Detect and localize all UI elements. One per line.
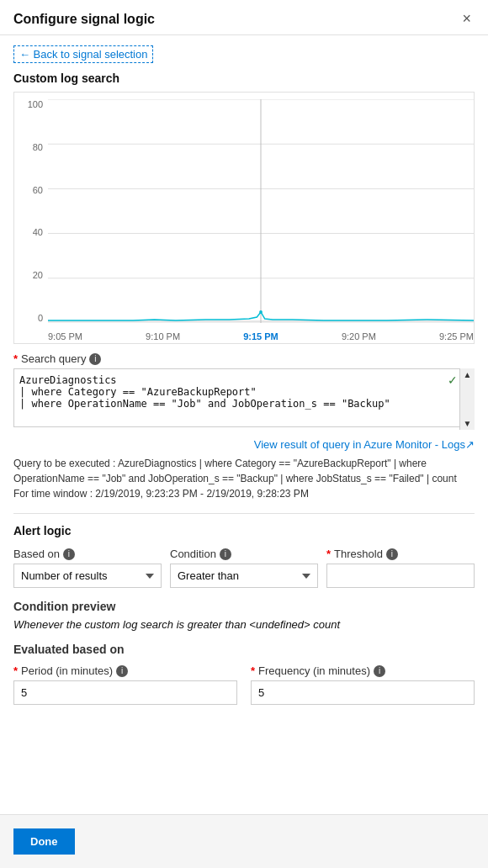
search-query-group: * Search query i AzureDiagnostics | wher… [13,352,475,430]
x-label-925: 9:25 PM [439,331,474,341]
y-label-80: 80 [33,142,43,152]
back-to-signal-link[interactable]: ← Back to signal selection [13,45,153,63]
search-query-textarea[interactable]: AzureDiagnostics | where Category == "Az… [13,368,475,427]
based-on-info-icon[interactable]: i [63,548,75,560]
textarea-scrollbar[interactable]: ▲ ▼ [459,368,475,430]
based-on-group: Based on i Number of results [13,548,162,588]
x-label-915: 9:15 PM [243,331,278,341]
modal-title: Configure signal logic [13,12,155,27]
condition-preview-section: Condition preview Whenever the custom lo… [13,600,475,631]
threshold-required-star: * [326,548,331,560]
threshold-info-icon[interactable]: i [386,548,398,560]
frequency-label: Frequency (in minutes) [258,664,370,677]
alert-logic-title: Alert logic [13,513,475,537]
close-button[interactable]: × [459,10,475,28]
view-result-link[interactable]: View result of query in Azure Monitor - … [13,438,475,451]
condition-group: Condition i Greater than Less than Equal… [170,548,318,588]
modal-body: ← Back to signal selection Custom log se… [0,35,488,727]
threshold-group: * Threshold i [326,548,475,588]
modal-header: Configure signal logic × [0,0,488,35]
based-on-label: Based on [13,548,60,560]
based-on-select[interactable]: Number of results [13,564,162,588]
threshold-label-row: * Threshold i [326,548,475,560]
alert-logic-columns: Based on i Number of results Condition i… [13,548,475,588]
done-button[interactable]: Done [13,828,75,855]
chart-svg [48,99,474,323]
x-label-910: 9:10 PM [146,331,180,341]
condition-label-row: Condition i [170,548,318,560]
chart-y-axis: 100 80 60 40 20 0 [14,99,46,323]
custom-log-search-title: Custom log search [13,71,475,85]
frequency-input[interactable] [251,680,475,705]
check-icon: ✓ [448,373,458,387]
condition-select[interactable]: Greater than Less than Equal to [170,564,318,588]
evaluated-title: Evaluated based on [13,643,475,656]
query-info-text: Query to be executed : AzureDiagnostics … [13,458,457,500]
evaluated-section: Evaluated based on * Period (in minutes)… [13,643,475,705]
scroll-down-btn[interactable]: ▼ [460,417,475,430]
frequency-info-icon[interactable]: i [374,665,385,677]
search-query-box: AzureDiagnostics | where Category == "Az… [13,368,475,430]
search-query-label-row: * Search query i [13,352,475,365]
chart-area [48,99,474,323]
frequency-label-row: * Frequency (in minutes) i [251,664,475,677]
search-query-label: Search query [21,352,86,365]
y-label-0: 0 [38,313,43,323]
period-label-row: * Period (in minutes) i [13,664,237,677]
condition-label: Condition [170,548,216,560]
period-input[interactable] [13,680,237,705]
period-required-star: * [13,664,18,677]
query-info: Query to be executed : AzureDiagnostics … [13,456,475,501]
y-label-60: 60 [33,185,43,195]
threshold-input[interactable] [326,564,475,588]
y-label-100: 100 [28,99,43,109]
frequency-group: * Frequency (in minutes) i [251,664,475,705]
based-on-label-row: Based on i [13,548,162,560]
chart-container: 100 80 60 40 20 0 [13,92,475,344]
x-label-920: 9:20 PM [342,331,376,341]
period-info-icon[interactable]: i [116,665,128,677]
footer-bar: Done [0,814,488,868]
period-label: Period (in minutes) [21,664,113,677]
condition-preview-title: Condition preview [13,600,475,613]
threshold-label: Threshold [334,548,383,560]
evaluated-columns: * Period (in minutes) i * Frequency (in … [13,664,475,705]
chart-x-axis: 9:05 PM 9:10 PM 9:15 PM 9:20 PM 9:25 PM [48,331,474,341]
svg-point-8 [259,310,263,314]
scroll-up-btn[interactable]: ▲ [460,368,475,381]
period-group: * Period (in minutes) i [13,664,237,705]
required-star: * [13,352,18,365]
search-query-info-icon[interactable]: i [89,353,101,365]
y-label-40: 40 [33,227,43,237]
condition-info-icon[interactable]: i [220,548,231,560]
x-label-905: 9:05 PM [48,331,82,341]
y-label-20: 20 [33,270,43,280]
frequency-required-star: * [251,664,255,677]
condition-preview-text: Whenever the custom log search is greate… [13,618,475,631]
